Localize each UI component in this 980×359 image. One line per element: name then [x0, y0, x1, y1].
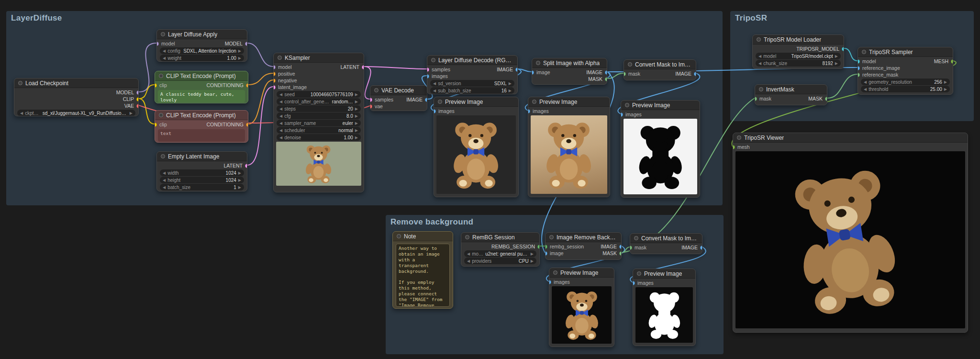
port-dot-latent[interactable]	[427, 67, 429, 72]
output-port-image[interactable]: IMAGE	[586, 69, 604, 75]
decrement-icon[interactable]: ◀	[163, 49, 166, 53]
node-header[interactable]: Layer Diffuse Decode (RGBA)	[427, 56, 517, 65]
port-dot-image[interactable]	[427, 74, 429, 79]
input-port-model[interactable]: model	[860, 58, 876, 64]
decrement-icon[interactable]: ◀	[163, 178, 166, 182]
widget-width[interactable]: ◀ width 1024 ▶	[160, 169, 244, 176]
decrement-icon[interactable]: ◀	[433, 81, 436, 86]
port-dot-mask[interactable]	[605, 77, 607, 81]
port-dot-image[interactable]	[528, 109, 530, 113]
input-port-model[interactable]: model	[159, 41, 175, 46]
port-dot-mask[interactable]	[858, 73, 860, 77]
input-port-mesh[interactable]: mesh	[735, 144, 750, 150]
decrement-icon[interactable]: ◀	[279, 100, 282, 104]
widget-cfg[interactable]: ◀ cfg 8.0 ▶	[277, 112, 361, 119]
widget-model[interactable]: ◀ model TripoSR/model.ckpt ▶	[756, 53, 841, 59]
input-port-clip[interactable]: clip	[157, 122, 167, 127]
widget-seed[interactable]: ◀ seed 1000466075776109 ▶	[277, 91, 361, 98]
node-layer-diffuse-apply[interactable]: Layer Diffuse Apply model MODEL ◀ config…	[156, 29, 247, 62]
port-dot-triposr-model[interactable]	[858, 59, 860, 64]
port-dot-model[interactable]	[245, 42, 247, 46]
collapse-dot-icon[interactable]	[759, 87, 763, 91]
decrement-icon[interactable]: ◀	[163, 56, 166, 60]
collapse-dot-icon[interactable]	[628, 62, 632, 67]
decrement-icon[interactable]: ◀	[279, 135, 282, 140]
prompt-textarea[interactable]: text	[158, 129, 245, 142]
node-header[interactable]: Convert Mask to Image	[624, 60, 696, 69]
port-dot-conditioning[interactable]	[273, 72, 276, 76]
port-dot-model[interactable]	[156, 42, 159, 46]
output-port-model[interactable]: MODEL	[116, 90, 136, 95]
port-dot-image[interactable]	[858, 66, 860, 70]
collapse-dot-icon[interactable]	[634, 236, 638, 240]
output-port-mask[interactable]: MASK	[808, 96, 824, 101]
increment-icon[interactable]: ▶	[355, 128, 358, 133]
decrement-icon[interactable]: ◀	[279, 121, 282, 125]
port-dot-conditioning[interactable]	[273, 79, 276, 83]
node-preview-image-mask-white[interactable]: Preview Image images	[633, 269, 696, 346]
widget-height[interactable]: ◀ height 1024 ▶	[160, 177, 244, 183]
port-dot-image[interactable]	[434, 109, 436, 113]
prompt-textarea[interactable]: A classic teddy bear, cute, lovely	[158, 90, 245, 102]
collapse-dot-icon[interactable]	[161, 32, 165, 36]
node-header[interactable]: Note	[393, 232, 453, 241]
node-header[interactable]: Convert Mask to Image	[630, 234, 702, 243]
node-clip-text-encode-negative[interactable]: CLIP Text Encode (Prompt) clip CONDITION…	[155, 110, 248, 143]
decrement-icon[interactable]: ◀	[20, 111, 23, 115]
increment-icon[interactable]: ▶	[238, 49, 241, 53]
increment-icon[interactable]: ▶	[238, 185, 241, 190]
widget-ckpt-name[interactable]: ◀ ckpt_name sd_xl/Juggernaut-XL_v9_RunDi…	[17, 110, 135, 116]
collapse-dot-icon[interactable]	[431, 58, 435, 62]
input-port-model[interactable]: model	[276, 64, 292, 70]
increment-icon[interactable]: ▶	[355, 121, 358, 125]
port-dot-mesh[interactable]	[951, 59, 953, 64]
input-port-reference-image[interactable]: reference_image	[860, 65, 900, 71]
decrement-icon[interactable]: ◀	[279, 92, 282, 97]
collapse-dot-icon[interactable]	[374, 88, 379, 92]
increment-icon[interactable]: ▶	[238, 56, 241, 60]
output-port-rembg-session[interactable]: REMBG_SESSION	[491, 244, 537, 249]
port-dot-conditioning[interactable]	[246, 83, 248, 88]
widget-sd-version[interactable]: ◀ sd_version SDXL ▶	[430, 80, 514, 87]
node-preview-image-split[interactable]: Preview Image images	[528, 97, 610, 197]
port-dot-mask[interactable]	[755, 97, 757, 101]
increment-icon[interactable]: ▶	[509, 89, 512, 93]
node-header[interactable]: RemBG Session	[461, 233, 539, 242]
port-dot-image[interactable]	[425, 98, 427, 102]
port-dot-conditioning[interactable]	[246, 123, 248, 127]
port-dot-clip[interactable]	[155, 123, 157, 127]
input-port-samples[interactable]: samples	[373, 97, 393, 102]
node-header[interactable]: Preview Image	[528, 97, 610, 107]
port-dot-image[interactable]	[532, 70, 534, 75]
output-port-triposr-model[interactable]: TRIPOSR_MODEL	[796, 46, 841, 52]
collapse-dot-icon[interactable]	[159, 74, 163, 78]
port-dot-image[interactable]	[515, 67, 518, 72]
node-rembg-session[interactable]: RemBG Session REMBG_SESSION ◀ model u2ne…	[461, 232, 540, 267]
decrement-icon[interactable]: ◀	[279, 128, 282, 133]
node-invert-mask[interactable]: InvertMask mask MASK	[755, 84, 827, 105]
node-convert-mask-to-image-1[interactable]: Convert Mask to Image mask IMAGE	[624, 59, 696, 80]
output-port-image[interactable]: IMAGE	[681, 245, 700, 250]
widget-chunk-size[interactable]: ◀ chunk_size 8192 ▶	[756, 60, 841, 67]
input-port-latent-image[interactable]: latent_image	[276, 84, 307, 90]
widget-sub-batch-size[interactable]: ◀ sub_batch_size 16 ▶	[430, 87, 514, 94]
collapse-dot-icon[interactable]	[161, 154, 165, 158]
node-image-remove-background[interactable]: Image Remove Background rembg_session IM…	[545, 232, 622, 260]
note-textarea[interactable]: Another way to obtain an image with a tr…	[396, 244, 450, 307]
port-dot-image[interactable]	[633, 281, 635, 285]
node-clip-text-encode-positive[interactable]: CLIP Text Encode (Prompt) clip CONDITION…	[155, 71, 248, 103]
node-split-image-with-alpha[interactable]: Split Image with Alpha image IMAGE MASK	[532, 58, 607, 85]
output-port-image[interactable]: IMAGE	[675, 71, 693, 77]
input-port-images[interactable]: images	[531, 108, 549, 114]
port-dot-image[interactable]	[549, 280, 551, 284]
node-header[interactable]: CLIP Text Encode (Prompt)	[155, 111, 248, 120]
decrement-icon[interactable]: ◀	[864, 87, 867, 91]
node-header[interactable]: Image Remove Background	[546, 233, 621, 242]
collapse-dot-icon[interactable]	[553, 270, 557, 275]
input-port-images[interactable]: images	[635, 280, 654, 286]
port-dot-rembg-session[interactable]	[537, 245, 540, 249]
port-dot-mask[interactable]	[619, 251, 622, 256]
port-dot-mask[interactable]	[825, 97, 827, 101]
port-dot-latent[interactable]	[370, 98, 372, 102]
increment-icon[interactable]: ▶	[355, 135, 358, 140]
